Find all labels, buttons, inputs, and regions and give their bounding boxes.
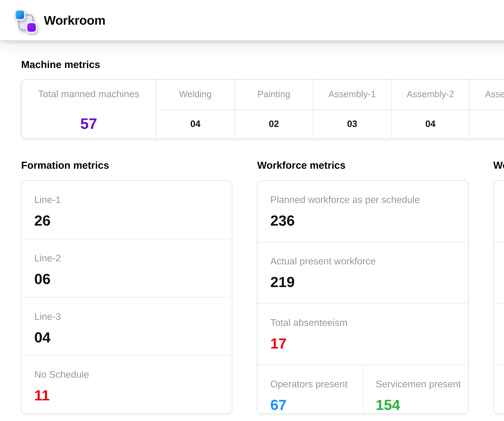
total-manned-machines-label: Total manned machines: [38, 89, 139, 100]
formation-metrics-group: Formation metrics Line-1 26 Line-2 06 Li…: [21, 159, 233, 414]
metric-label: Line-1: [34, 194, 222, 205]
metric-value: 219: [270, 274, 458, 291]
workforce-row-planned: Planned workforce as per schedule 236: [258, 181, 468, 242]
section-title-formation-metrics: Formation metrics: [21, 159, 233, 171]
workforce-cell-operators-present: Operators present 67: [258, 365, 363, 413]
status-cell-upgrades: Upgrades 02: [494, 365, 504, 413]
app-header: Workroom: [0, 0, 504, 40]
workforce-row-present-split: Operators present 67 Servicemen present …: [258, 365, 468, 413]
machine-value: 03: [347, 119, 357, 129]
total-manned-machines-value: 57: [80, 115, 97, 132]
machine-label: Assembly-3: [485, 89, 504, 100]
workforce-metrics-card: Planned workforce as per schedule 236 Ac…: [257, 180, 469, 414]
logo-purple-square: [26, 21, 37, 33]
metric-value: 11: [34, 387, 222, 404]
machine-column-welding: Welding 04: [156, 80, 234, 139]
metric-value: 26: [34, 212, 222, 229]
section-title-machine-metrics: Machine metrics: [21, 58, 504, 70]
metric-value: 06: [34, 271, 222, 287]
machine-column-assembly-2: Assembly-2 04: [391, 80, 469, 139]
machine-column-painting: Painting 02: [234, 80, 313, 139]
metric-label: Total absenteeism: [270, 317, 458, 328]
machine-column-assembly-3: Assembly-3 03: [469, 80, 504, 139]
metric-value: 236: [270, 212, 458, 229]
app-title: Workroom: [44, 13, 105, 28]
workforce-metrics-group: Workforce metrics Planned workforce as p…: [257, 159, 469, 414]
status-row-upgrades-ot-split: Upgrades 02 OT granted 04: [494, 365, 504, 413]
metric-value: 154: [376, 397, 463, 413]
metrics-cards-row: Formation metrics Line-1 26 Line-2 06 Li…: [21, 159, 504, 414]
machine-value: 04: [425, 119, 435, 129]
status-row-allocated: Allocated workforce 212: [494, 181, 504, 242]
workforce-cell-servicemen-present: Servicemen present 154: [363, 365, 468, 413]
machine-label: Assembly-1: [328, 89, 376, 100]
machine-value: 03: [504, 119, 504, 129]
metric-value: 67: [270, 397, 358, 413]
formation-row-line-1: Line-1 26: [22, 181, 232, 239]
metric-label: Operators present: [270, 379, 358, 390]
workroom-logo-icon: [14, 7, 37, 33]
section-title-workforce-metrics: Workforce metrics: [257, 159, 469, 171]
formation-row-line-2: Line-2 06: [22, 239, 232, 297]
logo-blue-square: [14, 9, 26, 20]
formation-row-line-3: Line-3 04: [22, 297, 232, 355]
machine-metrics-table: Total manned machines 57 Welding 04 Pain…: [21, 79, 504, 139]
status-row-available: Available workforce 18: [494, 242, 504, 303]
status-row-shift-changes: Shift changes 33: [494, 303, 504, 365]
machine-label: Welding: [179, 89, 212, 100]
workforce-row-total-absenteeism: Total absenteeism 17: [258, 303, 468, 365]
workroom-dashboard: Workroom Machine metrics Total manned ma…: [0, 0, 504, 421]
machine-label: Assembly-2: [407, 89, 454, 100]
metric-label: Servicemen present: [376, 379, 463, 390]
dashboard-content: Machine metrics Total manned machines 57…: [0, 58, 504, 414]
machine-columns: Welding 04 Painting 02 Assembly-1 03 Ass…: [156, 80, 504, 139]
metric-label: Line-3: [34, 311, 222, 322]
metric-value: 17: [270, 335, 458, 352]
total-manned-machines-cell: Total manned machines 57: [22, 80, 156, 139]
metric-label: Planned workforce as per schedule: [270, 194, 458, 205]
workforce-row-actual-present: Actual present workforce 219: [258, 242, 468, 303]
formation-metrics-card: Line-1 26 Line-2 06 Line-3 04 No Schedul…: [21, 180, 233, 414]
metric-label: Actual present workforce: [270, 256, 458, 267]
metric-value: 04: [34, 329, 222, 346]
machine-value: 02: [269, 119, 279, 129]
machine-value: 04: [190, 119, 200, 129]
formation-row-no-schedule: No Schedule 11: [22, 355, 232, 413]
metric-label: Line-2: [34, 253, 222, 264]
workforce-statuses-card: Allocated workforce 212 Available workfo…: [493, 180, 504, 414]
section-title-workforce-statuses: Workforce statuses: [493, 159, 504, 171]
metric-label: No Schedule: [34, 369, 222, 380]
machine-column-assembly-1: Assembly-1 03: [313, 80, 391, 139]
workforce-statuses-group: Workforce statuses Allocated workforce 2…: [493, 159, 504, 414]
machine-label: Painting: [258, 89, 290, 100]
